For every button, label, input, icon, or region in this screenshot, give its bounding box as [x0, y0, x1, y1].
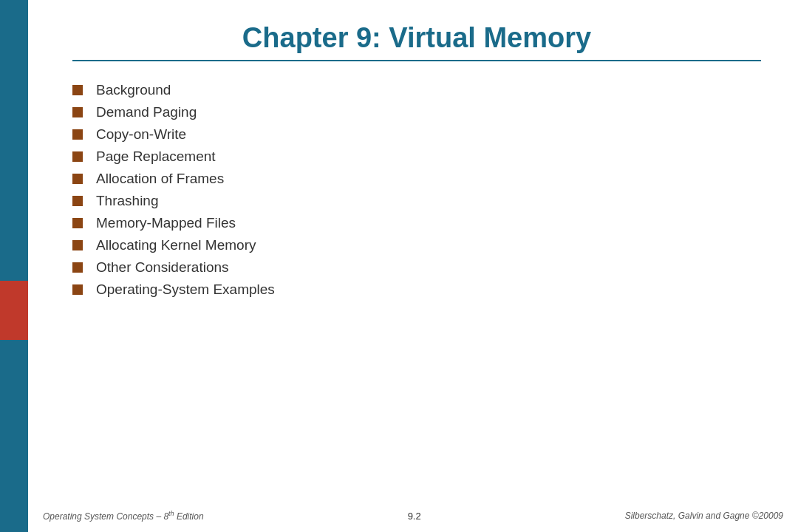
list-item: Allocating Kernel Memory [72, 237, 761, 253]
footer: Operating System Concepts – 8th Edition … [28, 510, 798, 522]
list-item-label: Allocation of Frames [96, 171, 224, 187]
bullet-list: BackgroundDemand PagingCopy-on-WritePage… [72, 82, 761, 298]
list-item-label: Operating-System Examples [96, 282, 275, 298]
sidebar-accent [0, 281, 28, 340]
list-item-label: Memory-Mapped Files [96, 215, 236, 231]
list-item-label: Thrashing [96, 193, 159, 209]
bullet-icon [72, 284, 83, 295]
list-item-label: Background [96, 82, 171, 98]
bullet-icon [72, 107, 83, 117]
title-section: Chapter 9: Virtual Memory [72, 22, 761, 61]
bullet-icon [72, 218, 83, 228]
left-sidebar [0, 0, 28, 532]
title-underline [72, 60, 761, 61]
page-title: Chapter 9: Virtual Memory [72, 22, 761, 54]
list-item: Background [72, 82, 761, 98]
list-item: Copy-on-Write [72, 126, 761, 143]
list-item: Operating-System Examples [72, 282, 761, 298]
main-content: Chapter 9: Virtual Memory BackgroundDema… [28, 0, 798, 532]
list-item: Other Considerations [72, 259, 761, 276]
bullet-icon [72, 174, 83, 184]
list-item-label: Allocating Kernel Memory [96, 237, 256, 253]
list-item-label: Page Replacement [96, 149, 216, 165]
footer-left: Operating System Concepts – 8th Edition [43, 510, 204, 522]
list-item: Allocation of Frames [72, 171, 761, 187]
bullet-icon [72, 196, 83, 206]
list-item: Thrashing [72, 193, 761, 209]
bullet-icon [72, 129, 83, 140]
list-item: Page Replacement [72, 149, 761, 165]
list-item-label: Copy-on-Write [96, 126, 186, 143]
bullet-icon [72, 240, 83, 250]
list-item-label: Demand Paging [96, 104, 197, 120]
list-item: Demand Paging [72, 104, 761, 120]
list-item-label: Other Considerations [96, 259, 229, 276]
bullet-icon [72, 151, 83, 162]
footer-center: 9.2 [204, 511, 625, 522]
bullet-icon [72, 85, 83, 95]
list-item: Memory-Mapped Files [72, 215, 761, 231]
footer-right: Silberschatz, Galvin and Gagne ©20009 [625, 511, 783, 521]
bullet-icon [72, 262, 83, 273]
